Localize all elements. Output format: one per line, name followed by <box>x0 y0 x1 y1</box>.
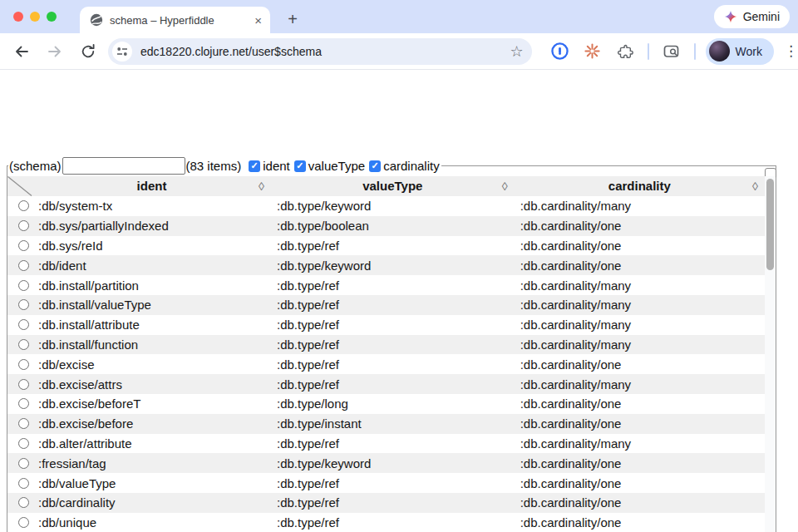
cell-cardinality: :db.cardinality/many <box>515 337 765 352</box>
zoom-window-button[interactable] <box>47 12 57 22</box>
column-toggle-ident[interactable]: ✓ident <box>249 159 290 173</box>
column-header-label: ident <box>137 179 167 193</box>
forward-icon[interactable] <box>45 42 65 62</box>
cell-cardinality: :db.cardinality/many <box>515 298 765 312</box>
row-radio-button[interactable] <box>18 220 29 231</box>
row-select-cell <box>7 418 32 429</box>
table-row: :db.excise/beforeT:db.type/long:db.cardi… <box>7 394 765 414</box>
sort-icon[interactable]: ◊ <box>259 176 264 196</box>
new-tab-button[interactable]: + <box>281 7 304 31</box>
cell-ident: :db/valueType <box>32 476 271 490</box>
row-radio-button[interactable] <box>18 517 29 528</box>
cell-ident: :db.alter/attribute <box>32 436 271 451</box>
row-radio-button[interactable] <box>18 359 29 370</box>
cell-ident: :db.install/attribute <box>32 318 271 332</box>
row-radio-button[interactable] <box>18 398 29 409</box>
cell-valueType: :db.type/keyword <box>271 199 515 213</box>
cell-ident: :db.install/function <box>32 337 271 352</box>
cell-valueType: :db.type/ref <box>271 436 515 451</box>
cell-cardinality: :db.cardinality/one <box>515 239 765 253</box>
row-radio-button[interactable] <box>18 280 29 291</box>
row-select-cell <box>7 280 32 291</box>
row-select-cell <box>7 339 32 350</box>
table-row: :db/unique:db.type/ref:db.cardinality/on… <box>7 513 765 532</box>
table-row: :db.install/partition:db.type/ref:db.car… <box>7 275 765 295</box>
cell-valueType: :db.type/keyword <box>271 456 515 470</box>
table-header-row: ident◊valueType◊cardinality◊ <box>7 176 765 196</box>
row-radio-button[interactable] <box>18 418 29 429</box>
row-select-cell <box>7 260 32 271</box>
table-row: :db.alter/attribute:db.type/ref:db.cardi… <box>7 434 765 454</box>
cell-cardinality: :db.cardinality/many <box>515 318 765 332</box>
scrollbar-thumb[interactable] <box>766 179 774 270</box>
column-toggle-valueType[interactable]: ✓valueType <box>294 159 365 173</box>
row-radio-button[interactable] <box>18 458 29 469</box>
url-text[interactable]: edc18220.clojure.net/user$schema <box>140 45 510 58</box>
claude-extension-icon[interactable] <box>583 42 603 62</box>
cell-valueType: :db.type/boolean <box>271 219 515 233</box>
sort-icon[interactable]: ◊ <box>502 176 508 196</box>
row-select-cell <box>7 299 32 310</box>
corner-diagonal-line <box>8 177 32 196</box>
bookmark-star-icon[interactable]: ☆ <box>510 44 523 59</box>
onepassword-extension-icon[interactable] <box>550 42 570 62</box>
schema-panel: (schema) (83 items) ✓ident✓valueType✓car… <box>7 157 776 532</box>
browser-tab[interactable]: schema – Hyperfiddle × <box>80 7 270 33</box>
cell-ident: :db.excise/attrs <box>32 377 271 392</box>
column-toggle-cardinality[interactable]: ✓cardinality <box>369 159 440 173</box>
profile-name: Work <box>736 45 762 58</box>
table-row: :db/valueType:db.type/ref:db.cardinality… <box>7 473 765 493</box>
close-window-button[interactable] <box>13 12 23 22</box>
cell-cardinality: :db.cardinality/many <box>515 199 765 213</box>
row-radio-button[interactable] <box>18 497 29 508</box>
cell-valueType: :db.type/ref <box>271 357 515 372</box>
address-bar[interactable]: edc18220.clojure.net/user$schema ☆ <box>108 38 532 65</box>
row-radio-button[interactable] <box>18 200 29 211</box>
tab-search-icon[interactable] <box>662 42 682 62</box>
tab-close-icon[interactable]: × <box>254 13 262 27</box>
cell-cardinality: :db.cardinality/many <box>515 278 765 293</box>
checkbox-checked-icon[interactable]: ✓ <box>249 160 260 172</box>
row-select-cell <box>7 438 32 449</box>
row-radio-button[interactable] <box>18 299 29 310</box>
cell-cardinality: :db.cardinality/one <box>515 515 765 530</box>
row-radio-button[interactable] <box>18 379 29 390</box>
column-header-ident[interactable]: ident◊ <box>32 176 271 196</box>
row-radio-button[interactable] <box>18 478 29 489</box>
extensions-puzzle-icon[interactable] <box>615 42 635 62</box>
browser-window: schema – Hyperfiddle × + Gemini <box>0 0 798 532</box>
row-select-cell <box>7 319 32 330</box>
table-row: :db.sys/reId:db.type/ref:db.cardinality/… <box>7 236 765 256</box>
row-radio-button[interactable] <box>18 260 29 271</box>
browser-toolbar: edc18220.clojure.net/user$schema ☆ <box>0 33 798 70</box>
row-radio-button[interactable] <box>18 319 29 330</box>
browser-menu-icon[interactable]: ⋮ <box>784 42 798 60</box>
row-radio-button[interactable] <box>18 240 29 251</box>
column-header-cardinality[interactable]: cardinality◊ <box>515 176 765 196</box>
table-scrollbar[interactable] <box>765 176 776 532</box>
minimize-window-button[interactable] <box>30 12 40 22</box>
gemini-button[interactable]: Gemini <box>714 5 790 28</box>
cell-cardinality: :db.cardinality/one <box>515 476 765 490</box>
site-settings-icon[interactable] <box>112 42 132 62</box>
page-content: (schema) (83 items) ✓ident✓valueType✓car… <box>0 71 798 532</box>
table-row: :db.install/attribute:db.type/ref:db.car… <box>7 315 765 335</box>
checkbox-checked-icon[interactable]: ✓ <box>369 160 381 172</box>
cell-ident: :db/cardinality <box>32 495 271 510</box>
cell-ident: :db.sys/reId <box>32 239 271 253</box>
row-radio-button[interactable] <box>18 339 29 350</box>
sort-icon[interactable]: ◊ <box>752 176 758 196</box>
schema-search-input[interactable] <box>62 157 185 175</box>
cell-valueType: :db.type/keyword <box>271 259 515 273</box>
reload-icon[interactable] <box>78 42 98 62</box>
profile-avatar <box>709 41 730 62</box>
back-icon[interactable] <box>12 42 32 62</box>
cell-valueType: :db.type/ref <box>271 515 515 530</box>
column-header-valueType[interactable]: valueType◊ <box>271 176 515 196</box>
checkbox-checked-icon[interactable]: ✓ <box>294 160 306 172</box>
cell-ident: :db.excise/before <box>32 416 271 431</box>
column-toggle-label: valueType <box>308 159 365 173</box>
profile-button[interactable]: Work <box>706 38 774 65</box>
row-radio-button[interactable] <box>18 438 29 449</box>
cell-valueType: :db.type/ref <box>271 239 515 253</box>
